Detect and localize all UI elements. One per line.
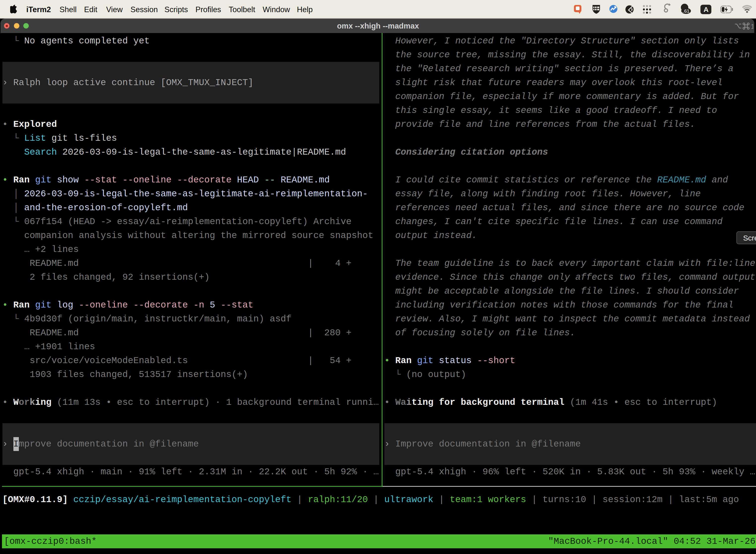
svg-text:..61: ..61 xyxy=(682,8,690,14)
svg-text:A: A xyxy=(704,6,709,13)
svg-text:1: 1 xyxy=(751,22,753,30)
